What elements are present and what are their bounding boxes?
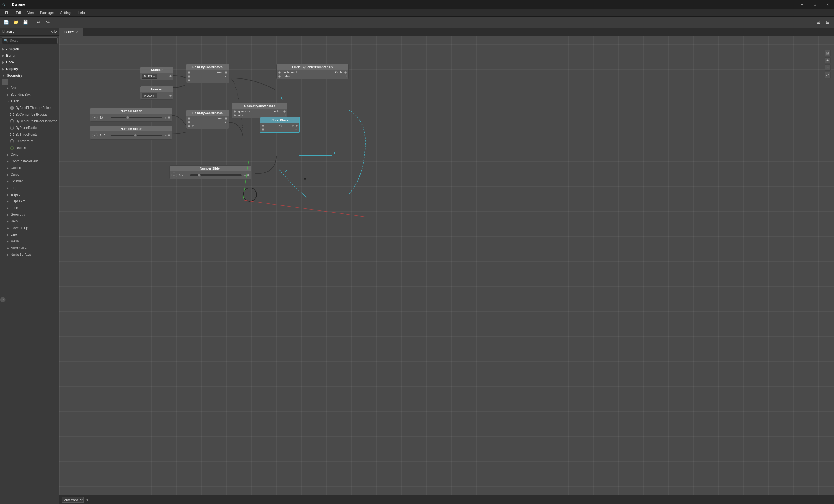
sidebar-item-cuboid[interactable]: ▶ Cuboid [0, 165, 59, 171]
sidebar-item-builtin[interactable]: ▶ Builtin [0, 52, 59, 59]
sidebar-pin-icon[interactable]: |▷ [54, 30, 57, 33]
sidebar-item-ellipsearc[interactable]: ▶ EllipseArc [0, 198, 59, 204]
sidebar-item-nurbssurface[interactable]: ▶ NurbsSurface [0, 251, 59, 258]
chevron-icon: ▶ [7, 180, 9, 183]
sidebar-item-cylinder[interactable]: ▶ Cylinder [0, 178, 59, 184]
slider-thumb-2[interactable] [134, 134, 137, 137]
new-button[interactable]: 📄 [2, 18, 10, 26]
sidebar-item-display[interactable]: ▶ Display [0, 66, 59, 72]
slider-track-3[interactable] [190, 174, 242, 176]
sidebar-item-arc[interactable]: ▶ Arc [0, 85, 59, 91]
node-output-port[interactable] [247, 174, 249, 176]
sidebar-item-bythreepoints[interactable]: ByThreePoints [0, 131, 59, 138]
menu-settings[interactable]: Settings [58, 10, 75, 16]
menu-help[interactable]: Help [75, 10, 88, 16]
sidebar-item-mesh[interactable]: ▶ Mesh [0, 238, 59, 245]
number-value-box-2[interactable]: 0.000 ▶ [142, 93, 157, 98]
redo-button[interactable]: ↪ [44, 18, 52, 26]
undo-button[interactable]: ↩ [34, 18, 43, 26]
node-output-port[interactable] [345, 71, 347, 74]
sidebar-item-nurbscurve[interactable]: ▶ NurbsCurve [0, 245, 59, 251]
slider-thumb-1[interactable] [127, 116, 129, 119]
sidebar-item-ellipse[interactable]: ▶ Ellipse [0, 191, 59, 198]
search-input[interactable] [2, 37, 58, 44]
slider-track-1[interactable] [111, 117, 162, 118]
node-input-port-x[interactable] [188, 117, 190, 119]
sidebar-item-cone[interactable]: ▶ Cone [0, 151, 59, 158]
close-button[interactable]: ✕ [821, 0, 834, 9]
slider-expand-button[interactable]: ▼ [92, 115, 97, 120]
slider-track-2[interactable] [111, 135, 162, 136]
node-row-slider: ▼ 11.5 ▶ [92, 133, 170, 138]
sidebar-item-edge[interactable]: ▶ Edge [0, 184, 59, 191]
node-output-port[interactable] [168, 134, 170, 136]
sidebar-item-geometry-sub[interactable]: ▶ Geometry [0, 211, 59, 218]
node-body-slider1: ▼ 5.6 ▶ [90, 114, 172, 122]
node-input-port-other[interactable] [234, 114, 236, 116]
menu-edit[interactable]: Edit [13, 10, 24, 16]
node-input-port-radius[interactable] [278, 75, 281, 78]
node-output-port[interactable] [169, 94, 172, 97]
sidebar-item-indexgroup[interactable]: ▶ IndexGroup [0, 225, 59, 231]
node-input-port-y[interactable] [188, 75, 190, 78]
sidebar-item-bybestfit[interactable]: ByBestFitThroughPoints [0, 105, 59, 111]
menu-view[interactable]: View [24, 10, 37, 16]
sidebar-item-coordinatesystem[interactable]: ▶ CoordinateSystem [0, 158, 59, 165]
slider-expand-button-2[interactable]: ▼ [92, 133, 97, 138]
node-input-port-y[interactable] [188, 121, 190, 124]
slider-thumb-3[interactable] [198, 174, 201, 177]
add-item-button[interactable]: + [2, 79, 8, 85]
node-row-y: y [188, 120, 227, 124]
sidebar-item-line[interactable]: ▶ Line [0, 231, 59, 238]
sidebar-item-byplaneradius[interactable]: ByPlaneRadius [0, 125, 59, 131]
sidebar-collapse-icon[interactable]: ◁ [51, 30, 53, 33]
sidebar-item-curve[interactable]: ▶ Curve [0, 171, 59, 178]
help-button[interactable]: ? [0, 297, 5, 303]
node-output-port[interactable] [225, 71, 227, 74]
number-value-box[interactable]: 0.000 ▶ [142, 74, 157, 79]
tab-home[interactable]: Home* ✕ [60, 28, 83, 36]
sidebar-item-geometry-top[interactable]: ▼ Geometry [0, 72, 59, 79]
tab-close-icon[interactable]: ✕ [76, 30, 79, 34]
node-input-port-x[interactable] [188, 71, 190, 74]
node-arrow: ▶ [153, 75, 155, 78]
main-layout: Library ◁ |▷ 🔍 ▶ Analyze ▶ Builtin ▶ [0, 28, 834, 504]
node-output-port[interactable] [225, 117, 227, 119]
sidebar-item-centerpoint[interactable]: CenterPoint [0, 138, 59, 145]
sidebar-item-core[interactable]: ▶ Core [0, 59, 59, 66]
zoom-in-button[interactable]: + [825, 57, 831, 63]
zoom-fit-button[interactable]: ⊡ [825, 50, 831, 56]
zoom-out-button[interactable]: − [825, 65, 831, 71]
sidebar-item-analyze[interactable]: ▶ Analyze [0, 46, 59, 52]
layout-button-1[interactable]: ⊟ [814, 18, 822, 26]
slider-expand-button-3[interactable]: ▼ [171, 172, 177, 178]
canvas-area[interactable]: 1 2 3 Number 0.000 ▶ [60, 36, 834, 504]
sidebar-item-face[interactable]: ▶ Face [0, 204, 59, 211]
node-output-port[interactable] [169, 75, 172, 77]
open-button[interactable]: 📁 [12, 18, 20, 26]
sidebar-item-boundingbox[interactable]: ▶ BoundingBox [0, 91, 59, 98]
node-input-port-geometry[interactable] [234, 110, 236, 113]
sidebar-item-helix[interactable]: ▶ Helix [0, 218, 59, 225]
sidebar-label: ByPlaneRadius [16, 126, 38, 130]
layout-button-2[interactable]: ⊞ [824, 18, 832, 26]
execution-mode-select[interactable]: Automatic Manual [62, 497, 84, 503]
node-output-port[interactable] [283, 110, 286, 113]
save-button[interactable]: 💾 [21, 18, 29, 26]
sidebar-item-radius[interactable]: Radius [0, 145, 59, 151]
menu-packages[interactable]: Packages [37, 10, 58, 16]
node-output-port[interactable] [295, 125, 298, 127]
sidebar-item-circle[interactable]: ▼ Circle [0, 98, 59, 105]
zoom-expand-button[interactable]: ⤢ [825, 72, 831, 78]
node-input-port-x[interactable] [262, 125, 264, 127]
minimize-button[interactable]: ─ [796, 0, 808, 9]
node-input-port-center[interactable] [278, 71, 281, 74]
node-output-port[interactable] [168, 116, 170, 119]
node-input-port-y[interactable] [262, 128, 264, 131]
node-input-port-z[interactable] [188, 125, 190, 127]
menu-file[interactable]: File [2, 10, 13, 16]
node-input-port-z[interactable] [188, 79, 190, 82]
maximize-button[interactable]: □ [808, 0, 821, 9]
sidebar-item-bycenterradiusnormal[interactable]: ByCenterPointRadiusNormal [0, 118, 59, 125]
sidebar-item-bycenterpoint[interactable]: ByCenterPointRadius [0, 111, 59, 118]
